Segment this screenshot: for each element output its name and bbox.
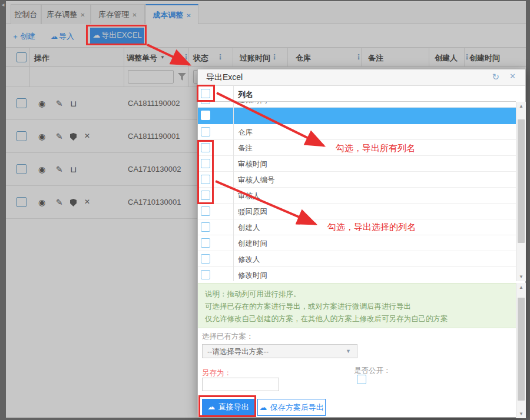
- list-item[interactable]: 审核人: [198, 188, 516, 204]
- list-item[interactable]: 仓库: [198, 124, 516, 140]
- export-excel-dialog: 导出Excel ↻ ✕ 列名 过账时间 仓库 备注 审核时间 审核人编号 审核人…: [197, 69, 526, 418]
- save-scheme-export-button[interactable]: ☁↓ 保存方案后导出: [257, 399, 326, 416]
- list-item[interactable]: 审核时间: [198, 156, 516, 172]
- list-item[interactable]: 创建时间: [198, 235, 516, 251]
- column-name: 备注: [238, 144, 253, 154]
- column-name: 创建人: [238, 223, 260, 233]
- save-as-label: 另存为：: [202, 368, 231, 378]
- column-name: 驳回原因: [238, 207, 267, 217]
- list-column-divider: [233, 86, 234, 281]
- public-checkbox[interactable]: [357, 375, 366, 384]
- list-item[interactable]: 备注: [198, 140, 516, 156]
- screen: ◄ 控制台 库存调整✕ 库存管理✕ 成本调整✕ ＋创建 ☁↓导入 ☁↑导出EXC…: [0, 0, 530, 420]
- column-name: 修改时间: [238, 271, 267, 281]
- dialog-scrollbar[interactable]: ▲ ▼: [516, 283, 526, 418]
- column-name: 仓库: [238, 128, 253, 138]
- cloud-download-icon: ☁↓: [259, 399, 267, 415]
- scheme-select-value: --请选择导出方案--: [207, 347, 269, 357]
- list-scrollbar[interactable]: ▲ ▼: [516, 102, 526, 281]
- column-checkbox[interactable]: [201, 222, 210, 232]
- dialog-title: 导出Excel: [206, 72, 243, 83]
- select-all-columns-checkbox[interactable]: [201, 89, 210, 98]
- note-line: 仅允许修改自己创建的方案，在其他人的方案上修改后可另存为自己的方案: [205, 313, 509, 325]
- save-scheme-export-label: 保存方案后导出: [270, 403, 324, 412]
- column-checkbox[interactable]: [201, 143, 210, 152]
- dialog-titlebar: 导出Excel ↻ ✕: [198, 69, 525, 86]
- column-name: 创建时间: [238, 239, 267, 249]
- save-as-input[interactable]: [202, 378, 279, 391]
- column-checkbox[interactable]: [201, 191, 210, 200]
- column-name: 审核人编号: [238, 175, 275, 185]
- list-item-clipped[interactable]: 过账时间: [198, 102, 516, 108]
- refresh-icon[interactable]: ↻: [492, 72, 499, 82]
- column-name: 审核人: [238, 191, 260, 201]
- direct-export-button[interactable]: ☁↓ 直接导出: [202, 399, 254, 416]
- list-item[interactable]: 修改时间: [198, 267, 516, 281]
- column-checkbox[interactable]: [201, 111, 210, 120]
- column-checkbox[interactable]: [201, 238, 210, 248]
- chevron-down-icon: ▼: [346, 348, 351, 354]
- list-item[interactable]: 创建人: [198, 219, 516, 235]
- column-list-header-label: 列名: [238, 89, 253, 100]
- scrollbar-thumb[interactable]: [518, 119, 525, 243]
- scheme-select-label: 选择已有方案：: [202, 332, 254, 342]
- list-item[interactable]: 审核人编号: [198, 172, 516, 188]
- column-checkbox[interactable]: [201, 159, 210, 168]
- column-checkbox[interactable]: [201, 270, 210, 279]
- column-list-header: 列名: [198, 86, 516, 102]
- column-checkbox[interactable]: [201, 102, 210, 104]
- scroll-up-icon[interactable]: ▲: [516, 285, 526, 290]
- scroll-down-icon[interactable]: ▼: [516, 274, 526, 279]
- column-name: 过账时间: [238, 102, 267, 105]
- list-item[interactable]: 修改人: [198, 251, 516, 267]
- column-checkbox[interactable]: [201, 127, 210, 136]
- list-item[interactable]: 驳回原因: [198, 204, 516, 219]
- scheme-select[interactable]: --请选择导出方案-- ▼: [202, 344, 357, 358]
- column-checkbox[interactable]: [201, 254, 210, 264]
- column-checkbox[interactable]: [201, 206, 210, 216]
- column-checkbox[interactable]: [201, 175, 210, 184]
- cloud-download-icon: ☁↓: [207, 399, 215, 415]
- list-item-selected[interactable]: [198, 108, 516, 124]
- column-name: 审核时间: [238, 159, 267, 169]
- scrollbar-thumb[interactable]: [518, 298, 525, 401]
- note-line: 说明：拖动列可用进行排序。: [205, 288, 509, 301]
- note-box: 说明：拖动列可用进行排序。 可选择已存在的方案进行导出，或对方案进行微调后再进行…: [198, 283, 516, 328]
- note-line: 可选择已存在的方案进行导出，或对方案进行微调后再进行导出: [205, 301, 509, 313]
- close-icon[interactable]: ✕: [509, 72, 516, 81]
- column-list: 过账时间 仓库 备注 审核时间 审核人编号 审核人 驳回原因 创建人 创建时间 …: [198, 102, 516, 281]
- scroll-down-icon[interactable]: ▼: [516, 411, 526, 416]
- column-name: 修改人: [238, 255, 260, 265]
- scroll-up-icon[interactable]: ▲: [516, 104, 526, 109]
- direct-export-label: 直接导出: [218, 402, 249, 411]
